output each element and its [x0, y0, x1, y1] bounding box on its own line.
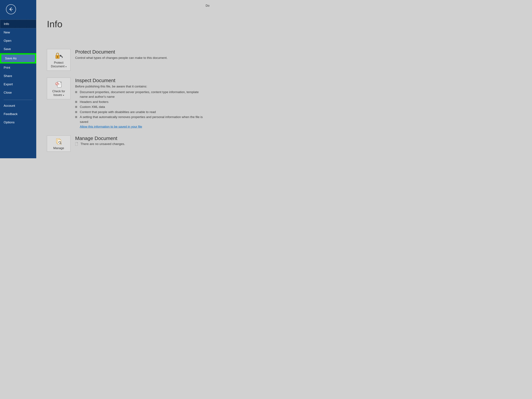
inspect-issue-list: Document properties, document server pro… — [75, 90, 207, 124]
back-button[interactable] — [6, 4, 16, 14]
sidebar-item-open[interactable]: Open — [0, 37, 36, 45]
section-description: Control what types of changes people can… — [75, 56, 168, 60]
backstage-main: Do Info — [36, 0, 211, 158]
sidebar-item-feedback[interactable]: Feedback — [0, 110, 36, 118]
sidebar-item-save[interactable]: Save — [0, 45, 36, 53]
section-heading: Manage Document — [75, 135, 125, 141]
section-description: Before publishing this file, be aware th… — [75, 84, 207, 89]
manage-status-text: There are no unsaved changes. — [81, 142, 125, 146]
section-protect-document: Protect Document ▾ Protect Document Cont… — [47, 49, 211, 71]
sidebar-footer-list: Account Feedback Options — [0, 101, 36, 127]
sidebar-item-export[interactable]: Export — [0, 80, 36, 89]
sidebar-item-print[interactable]: Print — [0, 63, 36, 72]
sidebar-item-save-as[interactable]: Save As — [0, 53, 36, 63]
issue-text: Custom XML data — [80, 105, 105, 109]
sidebar-item-label: Print — [4, 66, 10, 69]
allow-save-info-link[interactable]: Allow this information to be saved in yo… — [80, 125, 142, 128]
sidebar-item-label: New — [4, 31, 10, 34]
manage-status-row: There are no unsaved changes. — [75, 142, 125, 146]
issue-text: Document properties, document server pro… — [80, 90, 207, 99]
page-title: Info — [47, 19, 211, 29]
sidebar-item-label: Account — [4, 104, 15, 108]
sidebar-item-label: Save — [4, 47, 11, 51]
chevron-down-icon: ▾ — [62, 94, 64, 96]
issue-text: A setting that automatically removes pro… — [80, 115, 207, 124]
sidebar-item-account[interactable]: Account — [0, 101, 36, 110]
sidebar-item-label: Open — [4, 39, 11, 42]
sidebar-item-share[interactable]: Share — [0, 72, 36, 80]
document-search-icon — [55, 137, 63, 145]
sidebar-item-label: Save As — [5, 57, 17, 60]
sidebar-item-options[interactable]: Options — [0, 118, 36, 127]
svg-rect-4 — [61, 56, 63, 57]
section-heading: Inspect Document — [75, 78, 207, 83]
document-icon — [75, 142, 78, 146]
backstage-view: Info New Open Save Save As Print Share E… — [0, 0, 211, 158]
sidebar-item-info[interactable]: Info — [0, 20, 36, 28]
manage-document-body: Manage Document There are no unsaved cha… — [75, 135, 125, 146]
protect-document-button[interactable]: Protect Document ▾ — [47, 49, 70, 71]
backstage-sidebar: Info New Open Save Save As Print Share E… — [0, 0, 36, 158]
sidebar-item-label: Export — [4, 82, 13, 86]
list-item: Document properties, document server pro… — [75, 90, 207, 99]
lock-key-icon — [55, 52, 63, 60]
titlebar-fragment: Do — [206, 4, 209, 7]
check-for-issues-button[interactable]: Check for Issues ▾ — [47, 78, 70, 99]
bullet-icon — [75, 106, 77, 108]
list-item: Headers and footers — [75, 100, 207, 104]
inspect-document-body: Inspect Document Before publishing this … — [75, 78, 207, 128]
sidebar-item-label: Info — [4, 22, 9, 25]
issue-text: Headers and footers — [80, 100, 108, 104]
list-item: Custom XML data — [75, 105, 207, 109]
bullet-icon — [75, 91, 77, 93]
bullet-icon — [75, 111, 77, 113]
protect-document-body: Protect Document Control what types of c… — [75, 49, 168, 60]
sidebar-item-new[interactable]: New — [0, 28, 36, 37]
tile-label: Manage — [53, 146, 64, 150]
manage-document-button[interactable]: Manage — [47, 135, 70, 152]
svg-rect-2 — [57, 57, 58, 58]
section-manage-document: Manage Manage Document There are no unsa… — [47, 135, 211, 152]
tile-label: Protect Document — [51, 61, 64, 68]
sidebar-item-label: Feedback — [4, 112, 18, 116]
bullet-icon — [75, 116, 77, 118]
sidebar-item-label: Share — [4, 74, 12, 78]
bullet-icon — [75, 101, 77, 103]
list-item: A setting that automatically removes pro… — [75, 115, 207, 124]
sidebar-item-close[interactable]: Close — [0, 89, 36, 97]
chevron-down-icon: ▾ — [65, 65, 66, 68]
section-heading: Protect Document — [75, 49, 168, 55]
sidebar-nav-list: Info New Open Save Save As Print Share E… — [0, 20, 36, 97]
arrow-left-icon — [8, 7, 14, 12]
sidebar-item-label: Close — [4, 91, 12, 94]
document-check-icon — [55, 81, 63, 89]
info-sections: Protect Document ▾ Protect Document Cont… — [36, 49, 211, 152]
sidebar-item-label: Options — [4, 120, 14, 124]
list-item: Content that people with disabilities ar… — [75, 110, 207, 114]
section-inspect-document: Check for Issues ▾ Inspect Document Befo… — [47, 78, 211, 128]
issue-text: Content that people with disabilities ar… — [80, 110, 156, 114]
